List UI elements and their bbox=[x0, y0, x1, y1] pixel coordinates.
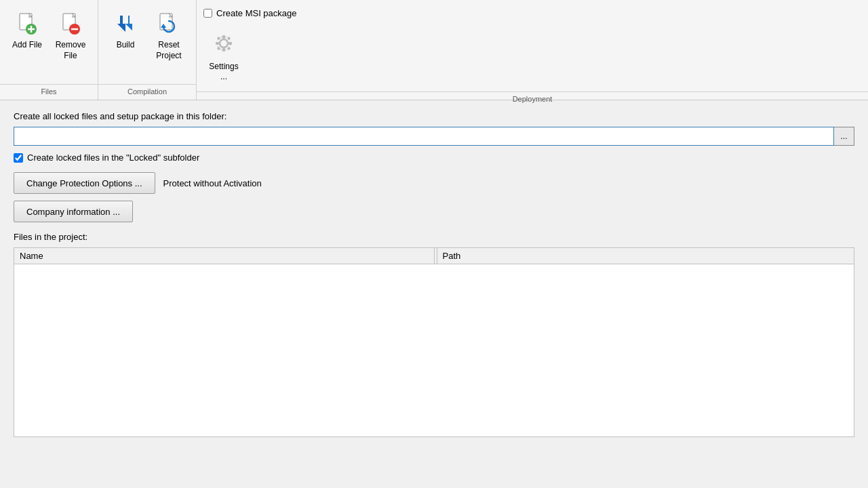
ribbon-group-files-label: Files bbox=[0, 84, 98, 100]
build-label: Build bbox=[117, 40, 135, 51]
folder-input[interactable] bbox=[14, 127, 834, 146]
company-info-label: Company information ... bbox=[26, 207, 120, 217]
svg-rect-19 bbox=[217, 47, 221, 51]
files-table-container[interactable]: Name Path bbox=[14, 247, 854, 437]
company-info-button[interactable]: Company information ... bbox=[14, 201, 133, 222]
reset-project-icon bbox=[155, 10, 182, 37]
settings-button[interactable]: Settings... bbox=[203, 25, 244, 87]
svg-marker-7 bbox=[117, 16, 125, 32]
change-protection-label: Change Protection Options ... bbox=[26, 178, 142, 188]
ribbon-group-deployment: Create MSI package bbox=[197, 0, 868, 100]
build-icon bbox=[112, 10, 139, 37]
svg-rect-20 bbox=[227, 47, 231, 51]
settings-label: Settings... bbox=[209, 62, 238, 83]
create-msi-label[interactable]: Create MSI package bbox=[216, 8, 297, 18]
add-file-icon bbox=[14, 10, 41, 37]
files-table: Name Path bbox=[14, 248, 854, 264]
locked-subfolder-row: Create locked files in the "Locked" subf… bbox=[14, 152, 854, 163]
ribbon: Add File Remove File Files bbox=[0, 0, 868, 100]
reset-project-label: Reset Project bbox=[152, 40, 186, 61]
ribbon-group-compilation-label: Compilation bbox=[98, 84, 196, 100]
svg-rect-13 bbox=[222, 35, 225, 39]
ribbon-group-files: Add File Remove File Files bbox=[0, 0, 98, 100]
col-name-header: Name bbox=[14, 248, 434, 264]
company-info-row: Company information ... bbox=[14, 201, 854, 222]
browse-icon: ... bbox=[840, 131, 847, 141]
remove-file-label: Remove File bbox=[54, 40, 87, 61]
svg-point-11 bbox=[220, 39, 228, 47]
col-path-header: Path bbox=[437, 248, 854, 264]
ribbon-group-compilation: Build Reset Project Compilation bbox=[98, 0, 197, 100]
browse-button[interactable]: ... bbox=[834, 127, 854, 146]
svg-rect-17 bbox=[217, 37, 221, 41]
folder-input-row: ... bbox=[14, 127, 854, 146]
remove-file-button[interactable]: Remove File bbox=[50, 5, 91, 66]
locked-subfolder-label[interactable]: Create locked files in the "Locked" subf… bbox=[27, 152, 199, 163]
settings-icon bbox=[210, 30, 237, 60]
files-label: Files in the project: bbox=[14, 232, 854, 242]
change-protection-button[interactable]: Change Protection Options ... bbox=[14, 172, 155, 194]
locked-subfolder-checkbox[interactable] bbox=[14, 153, 23, 163]
add-file-button[interactable]: Add File bbox=[7, 5, 47, 56]
ribbon-group-deployment-label: Deployment bbox=[197, 92, 868, 107]
main-content: Create all locked files and setup packag… bbox=[0, 100, 868, 448]
protection-options-row: Change Protection Options ... Protect wi… bbox=[14, 172, 854, 194]
add-file-label: Add File bbox=[12, 40, 42, 51]
create-msi-checkbox[interactable] bbox=[203, 9, 212, 18]
svg-rect-15 bbox=[216, 42, 219, 45]
svg-rect-16 bbox=[229, 42, 232, 45]
folder-label: Create all locked files and setup packag… bbox=[14, 111, 854, 121]
reset-project-button[interactable]: Reset Project bbox=[149, 5, 189, 66]
build-button[interactable]: Build bbox=[105, 5, 146, 56]
svg-rect-18 bbox=[227, 37, 231, 41]
svg-rect-14 bbox=[222, 48, 225, 52]
protect-without-label: Protect without Activation bbox=[163, 178, 262, 188]
remove-file-icon bbox=[57, 10, 84, 37]
svg-marker-8 bbox=[125, 16, 132, 30]
